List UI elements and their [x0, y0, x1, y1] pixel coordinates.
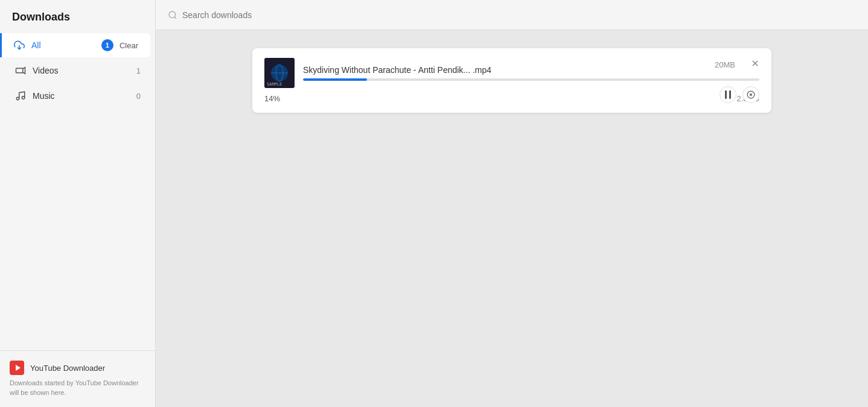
main-panel: SAMPLE Skydiving Without Parachute - Ant… — [156, 0, 868, 407]
progress-percent: 14% — [264, 94, 280, 103]
sidebar-item-all-label: All — [31, 40, 95, 50]
card-bottom: 14% 2.8MB — [264, 94, 759, 103]
sidebar-title: Downloads — [0, 0, 155, 32]
music-icon — [14, 90, 27, 102]
svg-marker-4 — [16, 365, 21, 371]
svg-point-5 — [169, 11, 176, 18]
sidebar: Downloads All 1 Clear — [0, 0, 156, 407]
card-top: SAMPLE Skydiving Without Parachute - Ant… — [264, 58, 759, 88]
svg-point-2 — [16, 97, 19, 100]
progress-bar-fill — [303, 78, 367, 81]
sidebar-item-videos[interactable]: Videos 1 — [5, 58, 150, 83]
youtube-downloader-icon — [10, 361, 24, 375]
sidebar-nav: All 1 Clear Videos 1 — [0, 32, 155, 350]
card-info: Skydiving Without Parachute - Antti Pend… — [303, 65, 759, 81]
videos-count: 1 — [136, 66, 141, 75]
svg-text:SAMPLE: SAMPLE — [267, 82, 282, 87]
footer-description: Downloads started by YouTube Downloader … — [10, 379, 145, 397]
video-icon — [14, 65, 27, 77]
topbar — [156, 0, 868, 30]
sidebar-item-music-label: Music — [33, 91, 130, 101]
sidebar-item-music[interactable]: Music 0 — [5, 84, 150, 108]
card-actions — [720, 86, 759, 103]
close-button[interactable] — [748, 57, 762, 70]
cancel-button[interactable] — [742, 86, 759, 103]
file-name: Skydiving Without Parachute - Antti Pend… — [303, 65, 759, 75]
all-badge: 1 — [101, 39, 113, 51]
svg-line-6 — [174, 17, 176, 19]
clear-area: 1 Clear — [101, 39, 141, 51]
footer-brand-label: YouTube Downloader — [30, 364, 105, 373]
content-area: SAMPLE Skydiving Without Parachute - Ant… — [156, 30, 868, 407]
file-thumbnail: SAMPLE — [264, 58, 295, 88]
search-icon — [168, 10, 177, 20]
download-card: SAMPLE Skydiving Without Parachute - Ant… — [252, 48, 771, 113]
sidebar-item-all[interactable]: All 1 Clear — [0, 33, 150, 57]
sidebar-footer: YouTube Downloader Downloads started by … — [0, 350, 155, 407]
pause-button[interactable] — [720, 86, 736, 103]
music-count: 0 — [136, 92, 141, 101]
search-input[interactable] — [182, 10, 315, 20]
progress-bar — [303, 78, 759, 81]
footer-brand: YouTube Downloader — [10, 361, 145, 375]
svg-rect-1 — [16, 68, 23, 73]
svg-rect-15 — [729, 90, 731, 99]
thumb-inner: SAMPLE — [264, 58, 295, 88]
svg-rect-14 — [725, 90, 727, 99]
download-icon — [13, 39, 25, 51]
svg-point-3 — [22, 96, 25, 99]
search-box[interactable] — [168, 10, 315, 20]
clear-button[interactable]: Clear — [117, 40, 141, 51]
total-size: 20MB — [715, 60, 735, 69]
sidebar-item-videos-label: Videos — [33, 66, 130, 75]
